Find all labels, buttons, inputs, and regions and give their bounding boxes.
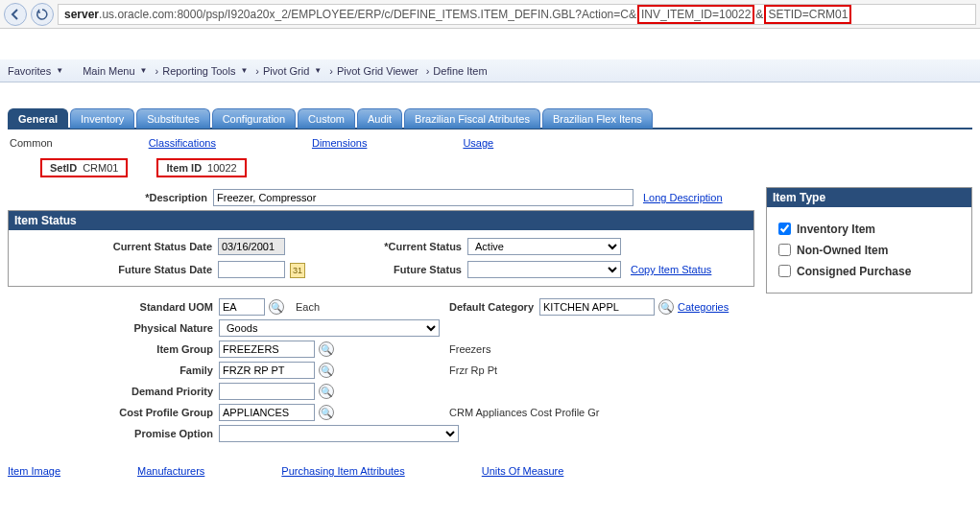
tab-audit[interactable]: Audit (357, 108, 402, 129)
crumb-define-item: Define Item (433, 65, 487, 77)
inv-item-checkbox[interactable] (778, 223, 791, 235)
crumb-sep: › (329, 65, 333, 77)
tab-custom[interactable]: Custom (298, 108, 355, 129)
itemid-label: Item ID (166, 162, 202, 174)
lookup-icon[interactable]: 🔍 (319, 363, 334, 378)
tab-brazilian-flex[interactable]: Brazilian Flex Itens (542, 108, 653, 129)
purchasing-attrs-link[interactable]: Purchasing Item Attributes (281, 465, 404, 477)
itemid-box: Item ID 10022 (156, 158, 246, 177)
po-select[interactable] (219, 425, 459, 442)
lookup-icon[interactable]: 🔍 (319, 405, 334, 420)
uom-label: Standard UOM (8, 301, 219, 313)
fs-select[interactable] (467, 261, 621, 278)
sublink-row: Common Classifications Dimensions Usage (8, 129, 972, 156)
long-description-link[interactable]: Long Description (643, 192, 723, 203)
setid-value: CRM01 (83, 162, 118, 174)
fam-label: Family (8, 364, 219, 376)
url-path: .us.oracle.com:8000/psp/I920a20x_2/EMPLO… (99, 8, 636, 21)
consigned-row[interactable]: Consigned Purchase (775, 262, 964, 280)
cat-label: Default Category (449, 301, 534, 313)
description-label: Description (8, 192, 213, 203)
sublink-usage[interactable]: Usage (463, 137, 493, 149)
url-highlight-item: INV_ITEM_ID=10022 (637, 5, 754, 24)
crumb-reporting-tools[interactable]: Reporting Tools (162, 65, 235, 77)
setid-label: SetID (50, 162, 77, 174)
item-type-title: Item Type (767, 188, 971, 207)
grp-desc: Freezers (449, 343, 737, 355)
item-image-link[interactable]: Item Image (8, 465, 60, 477)
setid-box: SetID CRM01 (40, 158, 128, 177)
copy-item-status-link[interactable]: Copy Item Status (631, 264, 746, 275)
lookup-icon[interactable]: 🔍 (319, 384, 334, 399)
phys-label: Physical Nature (8, 322, 219, 334)
id-row: SetID CRM01 Item ID 10022 (8, 156, 972, 187)
item-status-title: Item Status (9, 211, 753, 230)
fam-desc: Frzr Rp Pt (449, 364, 737, 376)
fam-input[interactable] (219, 362, 315, 379)
chevron-down-icon[interactable]: ▼ (314, 66, 322, 75)
chevron-down-icon[interactable]: ▼ (140, 66, 148, 75)
cpg-input[interactable] (219, 404, 315, 421)
lookup-icon[interactable]: 🔍 (319, 341, 334, 357)
sublink-common: Common (10, 137, 53, 149)
browser-address-bar: server .us.oracle.com:8000/psp/I920a20x_… (0, 0, 980, 29)
description-row: Description Long Description (8, 189, 754, 206)
non-owned-label: Non-Owned Item (797, 244, 888, 257)
uom-desc: Each (296, 301, 320, 313)
fsd-label: Future Status Date (16, 264, 218, 275)
chevron-down-icon[interactable]: ▼ (240, 66, 248, 75)
consigned-checkbox[interactable] (778, 265, 791, 277)
crumb-sep: › (155, 65, 159, 77)
breadcrumb: Favorites▼ Main Menu▼ › Reporting Tools▼… (0, 59, 980, 82)
itemid-value: 10022 (207, 162, 237, 174)
bottom-links: Item Image Manufacturers Purchasing Item… (8, 465, 972, 477)
dp-label: Demand Priority (8, 386, 219, 397)
crumb-sep: › (426, 65, 430, 77)
po-label: Promise Option (8, 428, 219, 439)
sublink-classifications[interactable]: Classifications (149, 137, 216, 149)
crumb-pivot-grid-viewer[interactable]: Pivot Grid Viewer (337, 65, 418, 77)
lookup-icon[interactable]: 🔍 (658, 299, 674, 315)
fsd-input[interactable] (218, 261, 285, 278)
csd-input (218, 238, 285, 255)
tab-strip: General Inventory Substitutes Configurat… (8, 107, 972, 129)
consigned-label: Consigned Purchase (797, 265, 911, 278)
tab-brazilian-fiscal[interactable]: Brazilian Fiscal Atributes (404, 108, 540, 129)
url-highlight-setid: SETID=CRM01 (764, 5, 851, 24)
tab-substitutes[interactable]: Substitutes (136, 108, 209, 129)
fs-label: Future Status (362, 264, 467, 275)
categories-link[interactable]: Categories (678, 301, 729, 313)
lookup-icon[interactable]: 🔍 (269, 299, 284, 315)
inv-item-label: Inventory Item (797, 223, 875, 236)
crumb-favorites[interactable]: Favorites (8, 65, 51, 77)
crumb-pivot-grid[interactable]: Pivot Grid (263, 65, 309, 77)
cs-select[interactable]: Active (467, 238, 621, 255)
units-of-measure-link[interactable]: Units Of Measure (482, 465, 564, 477)
back-button[interactable] (4, 3, 27, 26)
crumb-main-menu[interactable]: Main Menu (83, 65, 134, 77)
manufacturers-link[interactable]: Manufacturers (137, 465, 204, 477)
tab-general[interactable]: General (8, 108, 68, 129)
cpg-label: Cost Profile Group (8, 407, 219, 418)
url-amp: & (755, 8, 763, 21)
cat-input[interactable] (539, 298, 655, 316)
phys-select[interactable]: Goods (219, 319, 440, 337)
non-owned-row[interactable]: Non-Owned Item (775, 241, 964, 259)
uom-input[interactable] (219, 298, 265, 316)
description-input[interactable] (213, 189, 633, 206)
chevron-down-icon[interactable]: ▼ (56, 66, 63, 75)
calendar-icon[interactable]: 31 (290, 263, 305, 278)
cs-label: Current Status (362, 241, 467, 252)
url-host: server (64, 8, 99, 21)
item-detail-form: Standard UOM 🔍 Each Default Category 🔍 C… (8, 298, 754, 442)
grp-input[interactable] (219, 341, 315, 358)
inv-item-row[interactable]: Inventory Item (775, 220, 964, 238)
tab-inventory[interactable]: Inventory (70, 108, 134, 129)
non-owned-checkbox[interactable] (778, 244, 791, 256)
csd-label: Current Status Date (16, 241, 218, 252)
dp-input[interactable] (219, 383, 315, 400)
url-field[interactable]: server .us.oracle.com:8000/psp/I920a20x_… (58, 4, 976, 25)
tab-configuration[interactable]: Configuration (212, 108, 296, 129)
sublink-dimensions[interactable]: Dimensions (312, 137, 367, 149)
refresh-button[interactable] (31, 3, 54, 26)
